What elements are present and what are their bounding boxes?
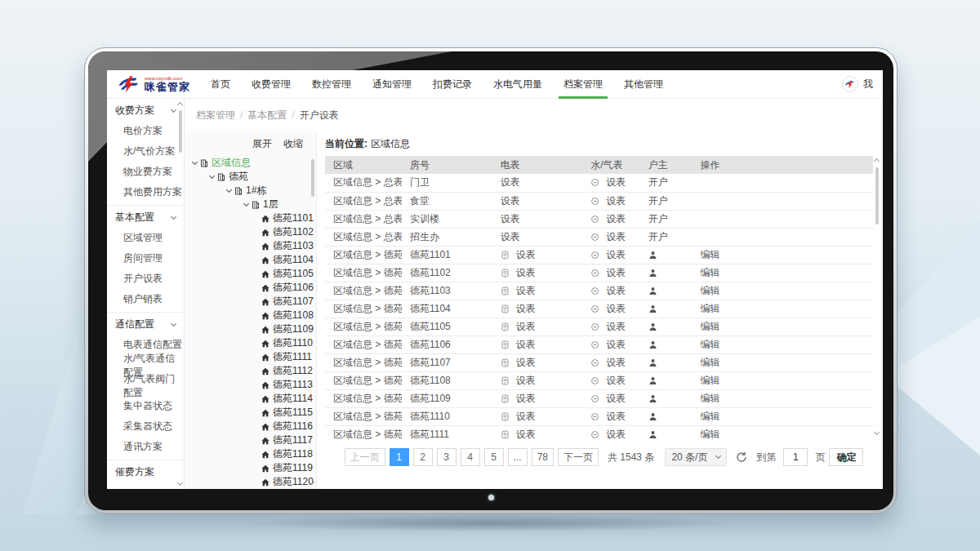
tree-node[interactable]: 德苑	[185, 170, 316, 184]
edit-link[interactable]: 编辑	[701, 375, 720, 386]
refresh-icon[interactable]	[736, 451, 747, 463]
nav-item[interactable]: 其他管理	[613, 70, 674, 99]
brand-logo[interactable]: www.csyndb.com 咪雀管家	[117, 75, 190, 94]
owner-person-icon[interactable]	[648, 376, 657, 385]
edit-link[interactable]: 编辑	[701, 429, 720, 440]
sidebar-item[interactable]: 催费方案	[107, 460, 184, 482]
electric-meter-icon[interactable]	[501, 269, 510, 278]
set-water-meter-link[interactable]: 设表	[606, 266, 626, 280]
set-electric-meter-link[interactable]: 设表	[516, 410, 536, 424]
sidebar-item[interactable]: 基本配置	[107, 205, 184, 228]
electric-meter-icon[interactable]	[501, 251, 510, 260]
chevron-down-icon[interactable]	[192, 158, 198, 164]
edit-link[interactable]: 编辑	[701, 303, 720, 314]
open-account-link[interactable]: 开户	[648, 230, 668, 244]
sidebar-item[interactable]: 房间管理	[107, 248, 184, 269]
water-gas-meter-icon[interactable]	[590, 269, 599, 278]
chevron-down-icon[interactable]	[209, 172, 215, 178]
set-electric-meter-link[interactable]: 设表	[516, 284, 536, 298]
edit-link[interactable]: 编辑	[701, 249, 720, 260]
tree-node[interactable]: 德苑1110	[185, 336, 316, 350]
owner-person-icon[interactable]	[648, 304, 657, 313]
tree-node[interactable]: 德苑1114	[185, 392, 316, 406]
nav-item[interactable]: 扣费记录	[422, 70, 483, 99]
set-electric-meter-link[interactable]: 设表	[516, 248, 536, 262]
electric-meter-icon[interactable]	[501, 304, 510, 313]
set-electric-meter-link[interactable]: 设表	[516, 374, 536, 388]
sidebar-item[interactable]: 通讯方案	[107, 437, 184, 457]
user-menu[interactable]: 我	[842, 76, 873, 92]
sidebar-item[interactable]: 水/气表阀门配置	[107, 375, 184, 396]
sidebar-item[interactable]: 销户销表	[107, 289, 184, 309]
sidebar-item[interactable]: 采集器状态	[107, 416, 184, 437]
breadcrumb-item[interactable]: 基本配置	[247, 109, 287, 122]
owner-person-icon[interactable]	[648, 269, 657, 278]
set-water-meter-link[interactable]: 设表	[606, 356, 626, 370]
sidebar-item[interactable]: 集中器状态	[107, 396, 184, 416]
set-water-meter-link[interactable]: 设表	[606, 374, 626, 388]
tree-node[interactable]: 德苑1116	[185, 420, 316, 433]
electric-meter-icon[interactable]	[501, 430, 510, 439]
scroll-up-icon[interactable]	[874, 158, 880, 164]
owner-person-icon[interactable]	[648, 358, 657, 367]
tree-node[interactable]: 德苑1111	[185, 350, 316, 364]
set-water-meter-link[interactable]: 设表	[606, 230, 626, 244]
page-number-button[interactable]: 3	[437, 448, 457, 466]
page-number-button[interactable]: 5	[484, 448, 504, 466]
open-account-link[interactable]: 开户	[648, 194, 668, 208]
set-water-meter-link[interactable]: 设表	[606, 392, 626, 406]
water-gas-meter-icon[interactable]	[590, 340, 599, 349]
tree-node[interactable]: 德苑1104	[185, 253, 316, 267]
expand-all-button[interactable]: 展开	[252, 137, 272, 151]
nav-item[interactable]: 通知管理	[362, 70, 422, 99]
chevron-down-icon[interactable]	[243, 200, 249, 206]
electric-meter-icon[interactable]	[501, 287, 510, 295]
sidebar-item[interactable]: 物业费方案	[107, 162, 184, 182]
tree-node[interactable]: 德苑1108	[185, 309, 316, 322]
tree-node[interactable]: 德苑1115	[185, 406, 316, 420]
edit-link[interactable]: 编辑	[701, 393, 720, 404]
page-number-button[interactable]: 2	[413, 448, 433, 466]
water-gas-meter-icon[interactable]	[590, 287, 599, 295]
open-account-link[interactable]: 开户	[648, 212, 668, 226]
set-electric-meter-link[interactable]: 设表	[516, 302, 536, 316]
edit-link[interactable]: 编辑	[701, 357, 720, 368]
page-number-button[interactable]: ...	[508, 448, 528, 466]
water-gas-meter-icon[interactable]	[590, 358, 599, 367]
water-gas-meter-icon[interactable]	[590, 430, 599, 439]
set-water-meter-link[interactable]: 设表	[606, 428, 626, 442]
edit-link[interactable]: 编辑	[701, 267, 720, 278]
owner-person-icon[interactable]	[648, 322, 657, 331]
set-electric-meter-link[interactable]: 设表	[516, 428, 536, 442]
water-gas-meter-icon[interactable]	[590, 215, 599, 224]
sidebar-item[interactable]: 开户设表	[107, 269, 184, 289]
water-gas-meter-icon[interactable]	[590, 304, 599, 313]
owner-person-icon[interactable]	[648, 412, 657, 421]
set-electric-meter-link[interactable]: 设表	[516, 338, 536, 352]
set-water-meter-link[interactable]: 设表	[606, 248, 626, 262]
nav-item[interactable]: 数控管理	[301, 70, 362, 99]
tree-node[interactable]: 德苑1107	[185, 295, 316, 309]
breadcrumb-item[interactable]: 开户设表	[300, 109, 339, 122]
set-water-meter-link[interactable]: 设表	[606, 212, 626, 226]
tree-node[interactable]: 德苑1112	[185, 364, 316, 378]
breadcrumb-item[interactable]: 档案管理	[196, 109, 235, 122]
set-electric-meter-link[interactable]: 设表	[501, 176, 520, 189]
water-gas-meter-icon[interactable]	[590, 251, 599, 260]
electric-meter-icon[interactable]	[501, 412, 510, 421]
set-water-meter-link[interactable]: 设表	[606, 194, 626, 208]
tree-node[interactable]: 区域信息	[185, 156, 316, 170]
electric-meter-icon[interactable]	[501, 340, 510, 349]
electric-meter-icon[interactable]	[501, 394, 510, 403]
owner-person-icon[interactable]	[648, 251, 657, 260]
set-electric-meter-link[interactable]: 设表	[516, 356, 536, 370]
page-jump-input[interactable]	[783, 448, 808, 466]
nav-item[interactable]: 水电气用量	[483, 70, 553, 99]
set-electric-meter-link[interactable]: 设表	[516, 392, 536, 406]
set-water-meter-link[interactable]: 设表	[606, 338, 626, 352]
owner-person-icon[interactable]	[648, 340, 657, 349]
sidebar-item[interactable]: 水/气价方案	[107, 141, 184, 162]
nav-item[interactable]: 档案管理	[553, 70, 613, 99]
edit-link[interactable]: 编辑	[701, 339, 720, 350]
next-page-button[interactable]: 下一页	[558, 448, 599, 466]
